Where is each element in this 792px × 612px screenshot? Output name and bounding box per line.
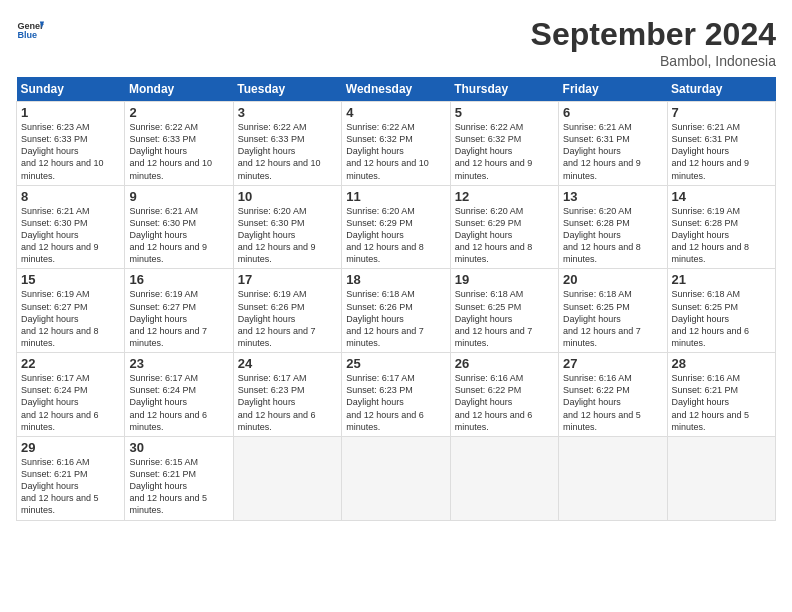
calendar-week-row: 22Sunrise: 6:17 AMSunset: 6:24 PMDayligh… bbox=[17, 353, 776, 437]
table-row: 23Sunrise: 6:17 AMSunset: 6:24 PMDayligh… bbox=[125, 353, 233, 437]
table-row: 6Sunrise: 6:21 AMSunset: 6:31 PMDaylight… bbox=[559, 102, 667, 186]
day-number: 5 bbox=[455, 105, 554, 120]
day-number: 30 bbox=[129, 440, 228, 455]
day-number: 8 bbox=[21, 189, 120, 204]
day-info: Sunrise: 6:22 AMSunset: 6:33 PMDaylight … bbox=[238, 121, 337, 182]
col-header-tuesday: Tuesday bbox=[233, 77, 341, 102]
day-number: 12 bbox=[455, 189, 554, 204]
table-row bbox=[342, 436, 450, 520]
day-number: 3 bbox=[238, 105, 337, 120]
table-row: 10Sunrise: 6:20 AMSunset: 6:30 PMDayligh… bbox=[233, 185, 341, 269]
table-row bbox=[450, 436, 558, 520]
day-number: 4 bbox=[346, 105, 445, 120]
calendar-week-row: 29Sunrise: 6:16 AMSunset: 6:21 PMDayligh… bbox=[17, 436, 776, 520]
table-row: 13Sunrise: 6:20 AMSunset: 6:28 PMDayligh… bbox=[559, 185, 667, 269]
day-info: Sunrise: 6:18 AMSunset: 6:25 PMDaylight … bbox=[563, 288, 662, 349]
day-info: Sunrise: 6:21 AMSunset: 6:31 PMDaylight … bbox=[672, 121, 771, 182]
logo-icon: General Blue bbox=[16, 16, 44, 44]
day-number: 6 bbox=[563, 105, 662, 120]
header: General Blue September 2024 Bambol, Indo… bbox=[16, 16, 776, 69]
table-row bbox=[667, 436, 775, 520]
table-row: 1Sunrise: 6:23 AMSunset: 6:33 PMDaylight… bbox=[17, 102, 125, 186]
day-info: Sunrise: 6:17 AMSunset: 6:24 PMDaylight … bbox=[21, 372, 120, 433]
table-row: 14Sunrise: 6:19 AMSunset: 6:28 PMDayligh… bbox=[667, 185, 775, 269]
table-row: 3Sunrise: 6:22 AMSunset: 6:33 PMDaylight… bbox=[233, 102, 341, 186]
col-header-wednesday: Wednesday bbox=[342, 77, 450, 102]
col-header-saturday: Saturday bbox=[667, 77, 775, 102]
table-row: 26Sunrise: 6:16 AMSunset: 6:22 PMDayligh… bbox=[450, 353, 558, 437]
day-number: 22 bbox=[21, 356, 120, 371]
location: Bambol, Indonesia bbox=[531, 53, 776, 69]
table-row: 5Sunrise: 6:22 AMSunset: 6:32 PMDaylight… bbox=[450, 102, 558, 186]
day-info: Sunrise: 6:19 AMSunset: 6:28 PMDaylight … bbox=[672, 205, 771, 266]
day-info: Sunrise: 6:20 AMSunset: 6:30 PMDaylight … bbox=[238, 205, 337, 266]
table-row: 28Sunrise: 6:16 AMSunset: 6:21 PMDayligh… bbox=[667, 353, 775, 437]
table-row: 4Sunrise: 6:22 AMSunset: 6:32 PMDaylight… bbox=[342, 102, 450, 186]
day-number: 10 bbox=[238, 189, 337, 204]
day-info: Sunrise: 6:19 AMSunset: 6:27 PMDaylight … bbox=[129, 288, 228, 349]
day-info: Sunrise: 6:21 AMSunset: 6:31 PMDaylight … bbox=[563, 121, 662, 182]
day-number: 2 bbox=[129, 105, 228, 120]
table-row: 16Sunrise: 6:19 AMSunset: 6:27 PMDayligh… bbox=[125, 269, 233, 353]
table-row: 2Sunrise: 6:22 AMSunset: 6:33 PMDaylight… bbox=[125, 102, 233, 186]
day-number: 9 bbox=[129, 189, 228, 204]
day-info: Sunrise: 6:21 AMSunset: 6:30 PMDaylight … bbox=[21, 205, 120, 266]
day-number: 18 bbox=[346, 272, 445, 287]
day-info: Sunrise: 6:22 AMSunset: 6:32 PMDaylight … bbox=[346, 121, 445, 182]
day-number: 27 bbox=[563, 356, 662, 371]
table-row bbox=[559, 436, 667, 520]
table-row: 27Sunrise: 6:16 AMSunset: 6:22 PMDayligh… bbox=[559, 353, 667, 437]
day-info: Sunrise: 6:18 AMSunset: 6:25 PMDaylight … bbox=[455, 288, 554, 349]
table-row: 9Sunrise: 6:21 AMSunset: 6:30 PMDaylight… bbox=[125, 185, 233, 269]
col-header-monday: Monday bbox=[125, 77, 233, 102]
day-info: Sunrise: 6:18 AMSunset: 6:26 PMDaylight … bbox=[346, 288, 445, 349]
day-info: Sunrise: 6:20 AMSunset: 6:28 PMDaylight … bbox=[563, 205, 662, 266]
calendar-week-row: 1Sunrise: 6:23 AMSunset: 6:33 PMDaylight… bbox=[17, 102, 776, 186]
day-info: Sunrise: 6:16 AMSunset: 6:21 PMDaylight … bbox=[21, 456, 120, 517]
table-row: 17Sunrise: 6:19 AMSunset: 6:26 PMDayligh… bbox=[233, 269, 341, 353]
table-row: 11Sunrise: 6:20 AMSunset: 6:29 PMDayligh… bbox=[342, 185, 450, 269]
table-row: 25Sunrise: 6:17 AMSunset: 6:23 PMDayligh… bbox=[342, 353, 450, 437]
day-number: 15 bbox=[21, 272, 120, 287]
day-number: 16 bbox=[129, 272, 228, 287]
col-header-thursday: Thursday bbox=[450, 77, 558, 102]
table-row: 22Sunrise: 6:17 AMSunset: 6:24 PMDayligh… bbox=[17, 353, 125, 437]
day-number: 24 bbox=[238, 356, 337, 371]
day-info: Sunrise: 6:22 AMSunset: 6:32 PMDaylight … bbox=[455, 121, 554, 182]
day-number: 7 bbox=[672, 105, 771, 120]
col-header-sunday: Sunday bbox=[17, 77, 125, 102]
table-row bbox=[233, 436, 341, 520]
day-info: Sunrise: 6:19 AMSunset: 6:27 PMDaylight … bbox=[21, 288, 120, 349]
day-number: 1 bbox=[21, 105, 120, 120]
day-number: 19 bbox=[455, 272, 554, 287]
day-info: Sunrise: 6:16 AMSunset: 6:22 PMDaylight … bbox=[455, 372, 554, 433]
day-info: Sunrise: 6:20 AMSunset: 6:29 PMDaylight … bbox=[455, 205, 554, 266]
page-container: General Blue September 2024 Bambol, Indo… bbox=[0, 0, 792, 529]
day-number: 20 bbox=[563, 272, 662, 287]
calendar-body: 1Sunrise: 6:23 AMSunset: 6:33 PMDaylight… bbox=[17, 102, 776, 521]
table-row: 7Sunrise: 6:21 AMSunset: 6:31 PMDaylight… bbox=[667, 102, 775, 186]
day-info: Sunrise: 6:19 AMSunset: 6:26 PMDaylight … bbox=[238, 288, 337, 349]
day-info: Sunrise: 6:23 AMSunset: 6:33 PMDaylight … bbox=[21, 121, 120, 182]
day-number: 23 bbox=[129, 356, 228, 371]
table-row: 24Sunrise: 6:17 AMSunset: 6:23 PMDayligh… bbox=[233, 353, 341, 437]
table-row: 12Sunrise: 6:20 AMSunset: 6:29 PMDayligh… bbox=[450, 185, 558, 269]
day-info: Sunrise: 6:17 AMSunset: 6:23 PMDaylight … bbox=[346, 372, 445, 433]
day-number: 21 bbox=[672, 272, 771, 287]
day-info: Sunrise: 6:20 AMSunset: 6:29 PMDaylight … bbox=[346, 205, 445, 266]
month-title: September 2024 bbox=[531, 16, 776, 53]
day-info: Sunrise: 6:16 AMSunset: 6:21 PMDaylight … bbox=[672, 372, 771, 433]
day-info: Sunrise: 6:21 AMSunset: 6:30 PMDaylight … bbox=[129, 205, 228, 266]
calendar-week-row: 15Sunrise: 6:19 AMSunset: 6:27 PMDayligh… bbox=[17, 269, 776, 353]
day-info: Sunrise: 6:17 AMSunset: 6:23 PMDaylight … bbox=[238, 372, 337, 433]
table-row: 19Sunrise: 6:18 AMSunset: 6:25 PMDayligh… bbox=[450, 269, 558, 353]
table-row: 29Sunrise: 6:16 AMSunset: 6:21 PMDayligh… bbox=[17, 436, 125, 520]
day-number: 29 bbox=[21, 440, 120, 455]
table-row: 15Sunrise: 6:19 AMSunset: 6:27 PMDayligh… bbox=[17, 269, 125, 353]
day-info: Sunrise: 6:22 AMSunset: 6:33 PMDaylight … bbox=[129, 121, 228, 182]
table-row: 20Sunrise: 6:18 AMSunset: 6:25 PMDayligh… bbox=[559, 269, 667, 353]
day-number: 17 bbox=[238, 272, 337, 287]
title-area: September 2024 Bambol, Indonesia bbox=[531, 16, 776, 69]
table-row: 18Sunrise: 6:18 AMSunset: 6:26 PMDayligh… bbox=[342, 269, 450, 353]
day-info: Sunrise: 6:15 AMSunset: 6:21 PMDaylight … bbox=[129, 456, 228, 517]
